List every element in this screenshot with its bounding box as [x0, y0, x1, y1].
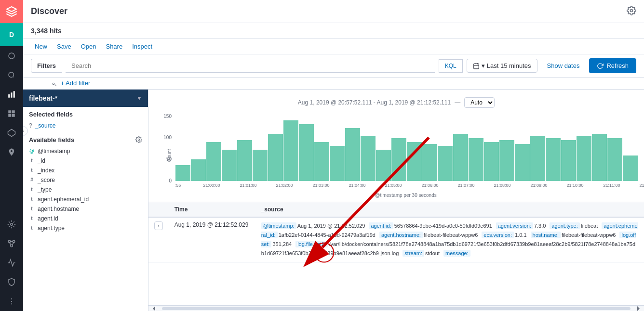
chart-bar[interactable] — [376, 150, 391, 181]
chart-bar[interactable] — [191, 159, 206, 181]
chart-bar[interactable] — [361, 136, 376, 181]
available-field-item[interactable]: @@timestamp — [29, 146, 142, 156]
new-button[interactable]: New — [31, 41, 51, 52]
time-picker[interactable]: ▾ Last 15 minutes — [467, 59, 537, 73]
svg-text:21:03:00: 21:03:00 — [312, 183, 329, 188]
col-time: Time — [169, 202, 255, 217]
nav-dashboard-icon[interactable] — [0, 104, 23, 123]
chart-bar[interactable] — [438, 146, 453, 181]
interval-select[interactable]: Auto — [464, 97, 495, 108]
inspect-button[interactable]: Inspect — [128, 41, 156, 52]
chart-bar[interactable] — [391, 138, 406, 181]
nav-discover-icon[interactable] — [0, 65, 23, 85]
chart-bar[interactable] — [299, 124, 314, 181]
chart-bar[interactable] — [469, 138, 483, 181]
field-type-badge: @ — [29, 148, 35, 154]
available-field-item[interactable]: #_score — [29, 175, 142, 185]
sidebar: filebeat-* ▼ ‹ Selected fields ?_source … — [23, 90, 148, 311]
field-name[interactable]: _source — [35, 122, 56, 129]
available-field-item[interactable]: tagent.hostname — [29, 204, 142, 214]
app-logo[interactable] — [0, 0, 23, 23]
chart-dash: — — [455, 99, 460, 106]
chart-bar[interactable] — [623, 156, 638, 181]
chart-header: Aug 1, 2019 @ 20:57:52.111 - Aug 1, 2019… — [156, 97, 636, 108]
chart-bar[interactable] — [484, 142, 499, 181]
svg-point-11 — [13, 240, 15, 243]
chart-bar[interactable] — [330, 146, 345, 181]
nav-canvas-icon[interactable] — [0, 123, 23, 143]
filters-button[interactable]: Filters — [31, 59, 62, 73]
chart-bar[interactable] — [206, 142, 221, 181]
search-input[interactable] — [66, 59, 435, 73]
available-field-item[interactable]: tagent.id — [29, 214, 142, 223]
available-field-item[interactable]: tagent.type — [29, 223, 142, 233]
chart-bar[interactable] — [345, 128, 360, 181]
refresh-button[interactable]: Refresh — [589, 58, 636, 73]
chart-bar[interactable] — [515, 144, 530, 181]
y-axis-label: Count — [167, 149, 172, 162]
show-dates-button[interactable]: Show dates — [541, 59, 586, 72]
index-pattern[interactable]: filebeat-* ▼ — [23, 90, 148, 107]
chart-bar[interactable] — [546, 138, 561, 181]
field-name: _type — [38, 186, 52, 193]
chart-bar[interactable] — [453, 134, 468, 181]
chart-bar[interactable] — [530, 136, 545, 181]
nav-apm-icon[interactable] — [0, 253, 23, 272]
row-source: @timestamp:Aug 1, 2019 @ 21:12:52.029age… — [255, 217, 644, 262]
source-field-key: agent.version: — [496, 222, 533, 229]
chart-bar[interactable] — [577, 136, 591, 181]
nav-visualize-icon[interactable] — [0, 85, 23, 104]
chart-bar[interactable] — [175, 165, 190, 181]
svg-rect-7 — [12, 114, 15, 117]
open-button[interactable]: Open — [77, 41, 100, 52]
expand-row-button[interactable]: › — [154, 221, 163, 230]
field-type-badge: t — [29, 158, 35, 163]
chart-bar[interactable] — [592, 134, 607, 181]
data-table-area: Time _source ›Aug 1, 2019 @ 21:12:52.029… — [148, 202, 644, 305]
available-field-item[interactable]: t_index — [29, 166, 142, 175]
source-field-key: message: — [443, 250, 470, 257]
nav-graph-icon[interactable] — [0, 234, 23, 253]
y-axis: 150 100 50 0 — [156, 114, 174, 183]
svg-text:21:01:00: 21:01:00 — [240, 183, 256, 188]
available-field-item[interactable]: t_type — [29, 185, 142, 194]
scroll-bar[interactable] — [148, 305, 644, 311]
selected-fields-title: Selected fields — [29, 111, 142, 118]
available-fields-gear-icon[interactable] — [135, 136, 142, 143]
chart-bar[interactable] — [499, 140, 514, 181]
chart-bar[interactable] — [422, 144, 437, 181]
chart-bar[interactable] — [407, 142, 422, 181]
field-name: _score — [38, 177, 55, 183]
user-avatar[interactable]: D — [0, 23, 23, 46]
chart-bar[interactable] — [253, 150, 268, 181]
index-pattern-chevron[interactable]: ▼ — [136, 95, 142, 102]
scroll-left-icon[interactable] — [152, 306, 160, 311]
chart-bar[interactable] — [283, 120, 298, 181]
chart-bar[interactable] — [222, 150, 237, 181]
available-field-item[interactable]: t_id — [29, 156, 142, 166]
chart-bar[interactable] — [607, 138, 622, 181]
available-field-item[interactable]: tagent.ephemeral_id — [29, 194, 142, 204]
histogram-chart: 20:5521:00:0021:01:0021:02:0021:03:0021:… — [175, 114, 644, 191]
nav-siem-icon[interactable] — [0, 272, 23, 292]
add-filter-button[interactable]: + Add filter — [61, 79, 91, 87]
selected-field-item[interactable]: ?_source — [29, 121, 142, 130]
chart-bar[interactable] — [561, 140, 576, 181]
svg-line-14 — [10, 243, 11, 245]
nav-ml-icon[interactable] — [0, 215, 23, 234]
nav-home-icon[interactable] — [0, 46, 23, 65]
svg-text:20:55: 20:55 — [175, 183, 181, 188]
source-field-key: agent.type: — [550, 222, 579, 229]
nav-more-icon[interactable] — [0, 292, 23, 311]
nav-maps-icon[interactable] — [0, 143, 23, 162]
chart-bar[interactable] — [268, 134, 283, 181]
chart-bar[interactable] — [314, 142, 329, 181]
share-button[interactable]: Share — [102, 41, 126, 52]
source-field-key: @timestamp: — [261, 222, 296, 229]
settings-icon[interactable] — [627, 10, 636, 17]
save-button[interactable]: Save — [53, 41, 75, 52]
kql-button[interactable]: KQL — [439, 59, 463, 73]
chart-bar[interactable] — [237, 140, 252, 181]
scroll-right-icon[interactable] — [632, 306, 640, 311]
available-fields-title: Available fields — [29, 136, 142, 143]
